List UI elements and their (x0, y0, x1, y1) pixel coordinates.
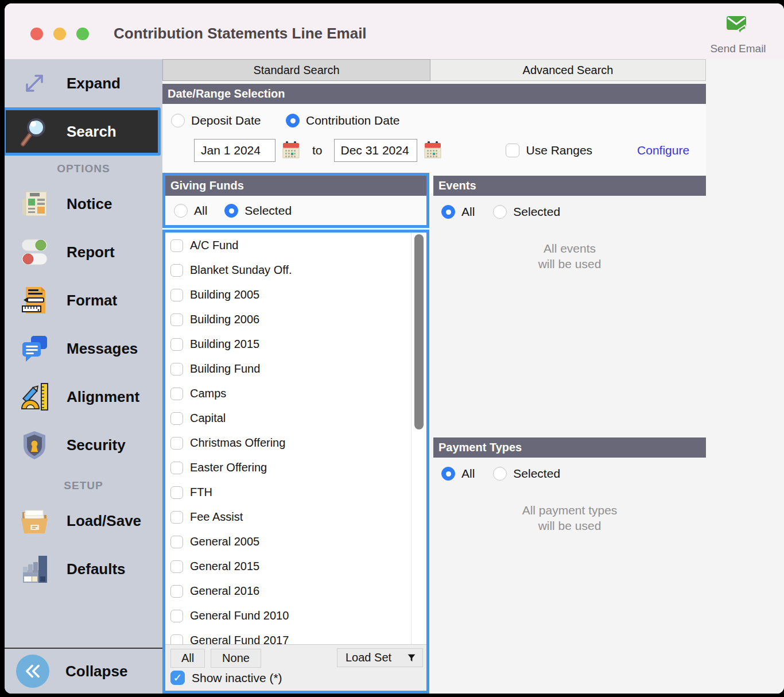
zoom-window-button[interactable] (76, 28, 89, 40)
fund-row[interactable]: Fee Assist (165, 505, 426, 529)
send-email-button[interactable]: Send Email (692, 15, 784, 55)
giving-funds-selected-radio[interactable] (224, 204, 238, 218)
fund-checkbox[interactable] (170, 634, 183, 645)
fund-checkbox[interactable] (170, 289, 183, 301)
calendar-icon[interactable] (424, 141, 441, 160)
pencil-ruler-protractor-icon (18, 381, 51, 413)
fund-label: Building 2015 (190, 338, 259, 351)
fund-label: Fee Assist (190, 510, 243, 524)
magnifier-icon (18, 115, 51, 148)
show-inactive-checkbox[interactable] (170, 671, 185, 685)
sidebar-item-report[interactable]: Report (5, 228, 162, 276)
fund-label: Building 2006 (190, 313, 259, 326)
fund-checkbox[interactable] (170, 412, 183, 425)
fund-row[interactable]: Building 2015 (165, 332, 426, 357)
calendar-icon[interactable] (282, 141, 300, 160)
sidebar-item-label: Defaults (67, 560, 126, 578)
fund-row[interactable]: General 2015 (165, 554, 426, 579)
fund-row[interactable]: Building Fund (165, 357, 426, 381)
newspaper-icon (18, 188, 51, 220)
deposit-date-radio[interactable] (171, 114, 185, 127)
fund-checkbox[interactable] (170, 338, 183, 351)
close-window-button[interactable] (30, 28, 43, 40)
fund-row[interactable]: Capital (165, 406, 426, 431)
minimize-window-button[interactable] (53, 28, 66, 40)
sidebar-item-label: Messages (67, 340, 138, 358)
fund-label: Building Fund (190, 362, 260, 375)
fund-row[interactable]: A/C Fund (165, 233, 426, 258)
fund-checkbox[interactable] (170, 536, 183, 548)
fund-row[interactable]: General 2005 (165, 529, 426, 554)
sidebar-item-search[interactable]: Search (5, 107, 161, 156)
fund-checkbox[interactable] (170, 511, 183, 524)
fund-row[interactable]: Building 2006 (165, 307, 426, 332)
load-set-button[interactable]: Load Set (337, 648, 423, 667)
sidebar-item-alignment[interactable]: Alignment (5, 373, 162, 421)
fund-checkbox[interactable] (170, 264, 183, 277)
fund-row[interactable]: Blanket Sunday Off. (165, 258, 426, 282)
to-date-input[interactable]: Dec 31 2024 (334, 139, 417, 162)
fund-row[interactable]: Easter Offering (165, 455, 426, 480)
fund-row[interactable]: Building 2005 (165, 282, 426, 307)
use-ranges-label: Use Ranges (526, 144, 593, 157)
giving-funds-all-radio[interactable] (174, 204, 188, 218)
fund-checkbox[interactable] (170, 363, 183, 375)
folder-documents-icon (18, 505, 51, 537)
collapse-chevrons-icon (16, 655, 49, 688)
document-pencil-icon (18, 284, 51, 316)
fund-row[interactable]: FTH (165, 480, 426, 505)
payment-types-all-label: All (461, 467, 475, 481)
fund-label: Capital (190, 412, 226, 425)
fund-checkbox[interactable] (170, 610, 183, 622)
fund-checkbox[interactable] (170, 313, 183, 326)
fund-checkbox[interactable] (170, 239, 183, 252)
select-all-funds-button[interactable]: All (170, 649, 205, 668)
fund-row[interactable]: General 2016 (165, 579, 426, 603)
fund-label: Easter Offering (190, 461, 267, 474)
fund-checkbox[interactable] (170, 462, 183, 474)
sidebar-item-defaults[interactable]: Defaults (5, 545, 162, 593)
fund-label: FTH (190, 486, 212, 499)
contribution-date-label: Contribution Date (306, 114, 399, 127)
sidebar-item-collapse[interactable]: Collapse (5, 649, 162, 694)
tab-advanced-search[interactable]: Advanced Search (430, 59, 706, 81)
fund-row[interactable]: Christmas Offering (165, 431, 426, 455)
giving-funds-all-label: All (194, 204, 207, 218)
payment-types-all-radio[interactable] (441, 467, 455, 481)
shield-lock-icon (18, 429, 51, 461)
sidebar-group-header-options: OPTIONS (5, 162, 162, 180)
fund-checkbox[interactable] (170, 486, 183, 499)
sidebar-item-notice[interactable]: Notice (5, 180, 162, 228)
expand-arrows-icon (18, 67, 51, 99)
from-date-input[interactable]: Jan 1 2024 (194, 139, 275, 162)
sidebar-item-messages[interactable]: Messages (5, 324, 162, 373)
fund-row[interactable]: Camps (165, 381, 426, 406)
sidebar-item-load-save[interactable]: Load/Save (5, 497, 162, 545)
fund-checkbox[interactable] (170, 585, 183, 598)
events-all-radio[interactable] (441, 205, 455, 219)
giving-funds-section: Giving Funds All Selected (162, 173, 429, 228)
fund-checkbox[interactable] (170, 388, 183, 400)
sidebar-item-label: Expand (67, 75, 121, 92)
fund-label: General 2016 (190, 584, 259, 598)
sidebar-item-security[interactable]: Security (5, 421, 162, 469)
fund-label: General 2015 (190, 560, 259, 573)
payment-types-selected-radio[interactable] (493, 467, 507, 481)
sidebar-item-format[interactable]: Format (5, 276, 162, 324)
fund-row[interactable]: General Fund 2010 (165, 603, 426, 628)
to-label: to (312, 144, 323, 157)
fund-checkbox[interactable] (170, 437, 183, 450)
events-selected-radio[interactable] (493, 205, 507, 219)
contribution-date-radio[interactable] (286, 114, 300, 127)
fund-list: A/C Fund Blanket Sunday Off. Building 20… (165, 233, 426, 644)
configure-link[interactable]: Configure (637, 144, 689, 157)
tab-standard-search[interactable]: Standard Search (162, 59, 430, 81)
fund-list-scrollbar[interactable] (411, 233, 426, 644)
fund-checkbox[interactable] (170, 560, 183, 573)
scrollbar-thumb[interactable] (414, 234, 424, 429)
select-none-funds-button[interactable]: None (211, 649, 261, 668)
use-ranges-checkbox[interactable] (506, 144, 519, 157)
sidebar-item-expand[interactable]: Expand (5, 59, 162, 107)
fund-row[interactable]: General Fund 2017 (165, 628, 426, 644)
payment-types-selected-label: Selected (513, 467, 560, 481)
